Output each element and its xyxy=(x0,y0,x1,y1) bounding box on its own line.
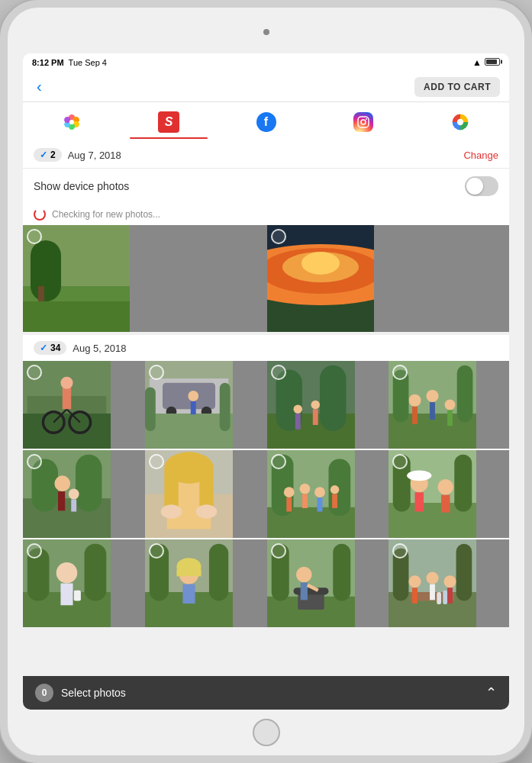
tab-instagram[interactable] xyxy=(314,108,411,137)
select-circle-2-3 xyxy=(271,365,286,380)
photo-cell-2-2[interactable] xyxy=(145,361,233,449)
shutterfly-icon: S xyxy=(158,111,179,133)
group2-date: Aug 5, 2018 xyxy=(73,343,126,354)
select-circle-2-5 xyxy=(27,454,42,469)
select-circle-1-2 xyxy=(271,229,286,244)
svg-rect-104 xyxy=(74,591,81,601)
svg-rect-15 xyxy=(23,301,130,332)
svg-rect-44 xyxy=(320,365,347,431)
photo-cell-2-1[interactable] xyxy=(23,361,111,449)
battery-icon xyxy=(485,58,500,67)
svg-point-6 xyxy=(69,120,74,124)
svg-rect-62 xyxy=(76,455,102,512)
select-circle-2-2 xyxy=(149,365,164,380)
photo-cell-2-12[interactable] xyxy=(389,539,476,627)
loading-spinner xyxy=(34,208,46,221)
select-circle-2-6 xyxy=(149,454,164,469)
svg-rect-48 xyxy=(312,409,318,425)
select-circle-1-1 xyxy=(27,229,42,244)
loading-text: Checking for new photos... xyxy=(52,209,160,220)
status-date: Tue Sep 4 xyxy=(69,58,107,67)
photo-cell-1-2[interactable] xyxy=(267,225,374,332)
svg-rect-95 xyxy=(441,495,450,513)
photo-grid-1 xyxy=(23,225,509,332)
select-photos-text: Select photos xyxy=(61,687,126,699)
check-badge-2[interactable]: ✓ 34 xyxy=(34,341,66,355)
svg-rect-103 xyxy=(60,584,73,606)
status-bar: 8:12 PM Tue Sep 4 ▲ xyxy=(23,53,509,72)
back-button[interactable]: ‹ xyxy=(32,76,47,97)
change-link[interactable]: Change xyxy=(463,150,498,161)
bottom-left: 0 Select photos xyxy=(35,684,126,702)
svg-rect-91 xyxy=(455,455,472,512)
tab-apple-photos[interactable] xyxy=(23,108,120,137)
check-mark-1: ✓ xyxy=(40,150,47,160)
select-circle-2-7 xyxy=(271,454,286,469)
svg-point-63 xyxy=(54,475,70,491)
svg-rect-29 xyxy=(63,388,72,410)
svg-rect-85 xyxy=(317,497,322,511)
group1-date: Aug 7, 2018 xyxy=(68,150,121,161)
svg-point-74 xyxy=(160,504,182,518)
svg-point-10 xyxy=(457,119,463,125)
photo-grid-2-row1 xyxy=(23,361,509,449)
svg-point-102 xyxy=(56,562,78,584)
add-to-cart-button[interactable]: ADD TO CART xyxy=(414,77,500,97)
check-badge-1[interactable]: ✓ 2 xyxy=(34,148,62,162)
device-photos-label: Show device photos xyxy=(34,180,129,192)
photo-group-2: ✓ 34 Aug 5, 2018 xyxy=(23,335,509,627)
svg-rect-116 xyxy=(333,544,350,601)
group-header-2: ✓ 34 Aug 5, 2018 xyxy=(23,335,509,361)
photo-cell-2-5[interactable] xyxy=(23,450,111,538)
tab-google-photos[interactable] xyxy=(412,108,509,137)
expand-chevron-icon[interactable]: ⌃ xyxy=(485,684,497,701)
apple-photos-icon xyxy=(62,112,82,132)
photo-cell-2-7[interactable] xyxy=(267,450,355,538)
status-time: 8:12 PM xyxy=(32,58,64,67)
photo-cell-2-10[interactable] xyxy=(145,539,233,627)
select-count-badge: 0 xyxy=(35,684,53,702)
bottom-bar: 0 Select photos ⌃ xyxy=(23,676,509,710)
photo-group-1: ✓ 2 Aug 7, 2018 Change Show device photo… xyxy=(23,142,509,332)
facebook-icon: f xyxy=(256,112,276,132)
svg-point-75 xyxy=(195,504,217,518)
photo-cell-2-6[interactable] xyxy=(145,450,233,538)
svg-point-82 xyxy=(299,484,310,494)
select-circle-2-9 xyxy=(27,543,42,559)
wifi-icon: ▲ xyxy=(472,57,482,68)
svg-rect-134 xyxy=(443,591,448,604)
loading-row: Checking for new photos... xyxy=(23,204,509,225)
svg-rect-38 xyxy=(220,383,231,431)
select-circle-2-11 xyxy=(271,543,286,559)
photo-cell-2-4[interactable] xyxy=(389,361,476,449)
svg-point-9 xyxy=(366,118,367,120)
svg-point-80 xyxy=(283,487,294,497)
svg-rect-37 xyxy=(145,388,156,432)
svg-rect-52 xyxy=(412,407,418,424)
svg-rect-83 xyxy=(302,494,308,508)
svg-rect-40 xyxy=(191,401,196,414)
date-info-1: ✓ 2 Aug 7, 2018 xyxy=(34,148,121,162)
scroll-area[interactable]: ✓ 2 Aug 7, 2018 Change Show device photo… xyxy=(23,142,509,676)
svg-point-119 xyxy=(295,567,311,583)
nav-bar: ‹ ADD TO CART xyxy=(23,72,509,102)
photo-grid-2-row2 xyxy=(23,450,509,538)
svg-point-53 xyxy=(427,390,439,402)
photo-cell-2-9[interactable] xyxy=(23,539,111,627)
date-header-1: ✓ 2 Aug 7, 2018 Change xyxy=(23,142,509,169)
tab-shutterfly[interactable]: S xyxy=(120,107,217,137)
photo-cell-2-11[interactable] xyxy=(267,539,355,627)
device-photos-toggle[interactable] xyxy=(465,176,498,196)
svg-rect-101 xyxy=(85,544,107,601)
svg-rect-120 xyxy=(300,582,307,600)
svg-rect-128 xyxy=(412,588,418,604)
photo-cell-2-8[interactable] xyxy=(389,450,476,538)
svg-point-127 xyxy=(409,575,421,588)
photo-cell-1-1[interactable] xyxy=(23,225,130,332)
photo-cell-2-3[interactable] xyxy=(267,361,355,449)
tab-facebook[interactable]: f xyxy=(218,108,314,137)
svg-point-131 xyxy=(444,575,456,588)
group1-count: 2 xyxy=(50,150,56,160)
svg-rect-54 xyxy=(430,402,435,420)
svg-point-30 xyxy=(60,377,73,389)
